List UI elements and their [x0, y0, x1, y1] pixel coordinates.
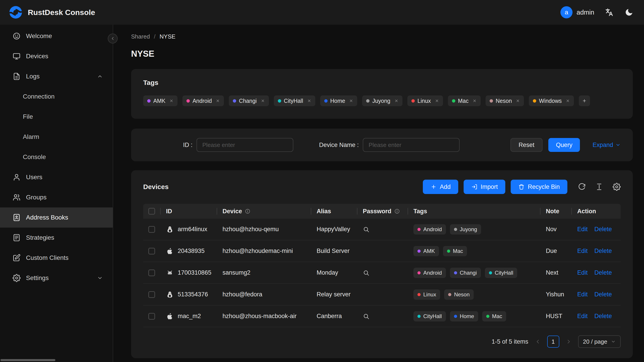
- password-info-icon[interactable]: [394, 208, 400, 214]
- table-settings-icon[interactable]: [613, 183, 621, 191]
- note-text: Due: [546, 248, 557, 254]
- delete-link[interactable]: Delete: [594, 248, 612, 254]
- theme-toggle-icon[interactable]: [624, 8, 634, 17]
- delete-link[interactable]: Delete: [594, 269, 612, 276]
- tag-label: Linux: [418, 98, 431, 104]
- id-input[interactable]: [196, 138, 293, 152]
- remove-tag-icon[interactable]: [471, 98, 478, 104]
- tag-chip-neson[interactable]: Neson: [486, 96, 524, 106]
- sidebar-subitem-connection[interactable]: Connection: [0, 86, 113, 107]
- sidebar-item-custom-clients[interactable]: Custom Clients: [0, 248, 113, 268]
- sidebar-item-users[interactable]: Users: [0, 167, 113, 187]
- remove-tag-icon[interactable]: [168, 98, 175, 104]
- tag-chip-cityhall[interactable]: CityHall: [274, 96, 315, 106]
- row-checkbox[interactable]: [148, 291, 155, 298]
- sidebar-item-address-books[interactable]: Address Books: [0, 208, 113, 228]
- recycle-bin-button[interactable]: Recycle Bin: [511, 180, 567, 194]
- device-tag: Home: [450, 311, 478, 322]
- tag-chip-mac[interactable]: Mac: [448, 96, 481, 106]
- sidebar-item-devices[interactable]: Devices: [0, 46, 113, 66]
- column-header-device: Device: [217, 208, 311, 215]
- main-content: Shared / NYSE NYSE Tags AMKAndroidChangi…: [113, 25, 644, 362]
- import-button[interactable]: Import: [464, 180, 506, 194]
- remove-tag-icon[interactable]: [514, 98, 521, 104]
- remove-tag-icon[interactable]: [306, 98, 312, 104]
- row-actions-cell: EditDelete: [572, 226, 621, 233]
- edit-link[interactable]: Edit: [577, 226, 588, 233]
- tag-chip-android[interactable]: Android: [182, 96, 224, 106]
- user-name: admin: [576, 9, 594, 16]
- remove-tag-icon[interactable]: [434, 98, 440, 104]
- page-1-button[interactable]: 1: [547, 336, 559, 348]
- edit-link[interactable]: Edit: [577, 291, 588, 298]
- tag-chip-juyong[interactable]: Juyong: [362, 96, 402, 106]
- edit-link[interactable]: Edit: [577, 269, 588, 276]
- sidebar-subitem-alarm[interactable]: Alarm: [0, 127, 113, 147]
- tag-color-dot: [418, 250, 420, 253]
- chevron-down-icon: [611, 339, 616, 344]
- sidebar-item-strategies[interactable]: Strategies: [0, 228, 113, 248]
- add-button[interactable]: Add: [423, 180, 458, 194]
- row-checkbox[interactable]: [148, 313, 155, 320]
- tag-chip-linux[interactable]: Linux: [407, 96, 443, 106]
- reset-button[interactable]: Reset: [510, 138, 542, 152]
- previous-page-icon[interactable]: [535, 338, 541, 345]
- language-icon[interactable]: [604, 8, 614, 17]
- query-button[interactable]: Query: [548, 138, 580, 152]
- device-name-input[interactable]: [363, 138, 460, 152]
- horizontal-scrollbar-thumb[interactable]: [0, 359, 55, 361]
- remove-tag-icon[interactable]: [348, 98, 354, 104]
- remove-tag-icon[interactable]: [564, 98, 571, 104]
- row-checkbox[interactable]: [148, 226, 155, 233]
- sidebar-item-settings[interactable]: Settings: [0, 268, 113, 288]
- select-all-checkbox[interactable]: [148, 208, 155, 214]
- refresh-icon[interactable]: [578, 183, 586, 191]
- sidebar-item-logs[interactable]: Logs: [0, 66, 113, 86]
- row-checkbox[interactable]: [148, 248, 155, 254]
- plus-icon: [430, 184, 437, 190]
- tag-label: AMK: [423, 248, 435, 254]
- delete-link[interactable]: Delete: [594, 291, 612, 298]
- tag-color-dot: [418, 315, 420, 318]
- tag-chip-windows[interactable]: Windows: [529, 96, 574, 106]
- device-name-cell: hzhou@hzhoudemac-mini: [217, 248, 311, 254]
- delete-link[interactable]: Delete: [594, 226, 612, 233]
- remove-tag-icon[interactable]: [393, 98, 400, 104]
- tag-label: Linux: [423, 292, 436, 298]
- sidebar-item-welcome[interactable]: Welcome: [0, 26, 113, 46]
- device-info-icon[interactable]: [245, 208, 250, 214]
- view-password-icon[interactable]: [363, 226, 370, 233]
- device-tag: CityHall: [414, 311, 446, 322]
- delete-link[interactable]: Delete: [594, 313, 612, 320]
- column-header-password: Password: [357, 208, 408, 215]
- page-size-select[interactable]: 20 / page: [578, 335, 621, 348]
- sidebar-subitem-console[interactable]: Console: [0, 147, 113, 167]
- tag-chip-home[interactable]: Home: [320, 96, 358, 106]
- chevron-down-icon: [615, 142, 621, 148]
- sidebar-subitem-file[interactable]: File: [0, 107, 113, 127]
- password-cell: [357, 313, 408, 320]
- row-actions-cell: EditDelete: [572, 313, 621, 320]
- edit-link[interactable]: Edit: [577, 313, 588, 320]
- remove-tag-icon[interactable]: [214, 98, 221, 104]
- edit-link[interactable]: Edit: [577, 248, 588, 254]
- expand-toggle[interactable]: Expand: [592, 142, 621, 148]
- breadcrumb-shared[interactable]: Shared: [131, 33, 150, 40]
- tag-chip-amk[interactable]: AMK: [143, 96, 178, 106]
- sidebar-item-groups[interactable]: Groups: [0, 187, 113, 208]
- device-tag: Android: [414, 224, 446, 234]
- tag-color-dot: [412, 99, 415, 102]
- next-page-icon[interactable]: [566, 338, 572, 345]
- sidebar-collapse-button[interactable]: [108, 34, 118, 44]
- add-tag-button[interactable]: [579, 96, 590, 106]
- row-checkbox[interactable]: [148, 270, 155, 276]
- tag-chip-changi[interactable]: Changi: [229, 96, 269, 106]
- view-password-icon[interactable]: [363, 313, 370, 320]
- tag-label: Changi: [239, 98, 256, 104]
- remove-tag-icon[interactable]: [260, 98, 266, 104]
- column-height-icon[interactable]: [595, 183, 603, 191]
- view-password-icon[interactable]: [363, 270, 370, 276]
- table-body: arm64linuxhzhou@hzhou-qemuHappyValleyAnd…: [143, 219, 621, 327]
- user-menu[interactable]: a admin: [560, 6, 594, 18]
- tag-color-dot: [454, 315, 457, 318]
